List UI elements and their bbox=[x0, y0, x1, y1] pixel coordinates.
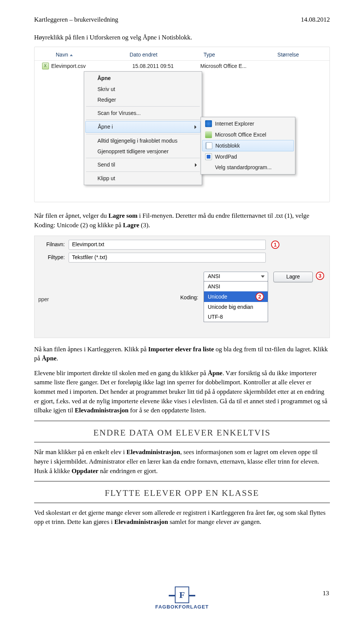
ie-icon bbox=[205, 120, 212, 127]
footer: F FAGBOKFORLAGET bbox=[0, 587, 364, 610]
koding-select[interactable]: ANSI bbox=[204, 272, 268, 281]
ctx-edit[interactable]: Rediger bbox=[85, 94, 201, 105]
opt-ansi[interactable]: ANSI bbox=[204, 281, 268, 291]
filnavn-input[interactable]: Elevimport.txt bbox=[69, 240, 266, 250]
intro-paragraph: Høyreklikk på filen i Utforskeren og vel… bbox=[34, 33, 330, 42]
file-date: 15.08.2011 09:51 bbox=[132, 62, 198, 70]
file-name: Elevimport.csv bbox=[51, 62, 130, 70]
sub-chooseprogram[interactable]: Velg standardprogram... bbox=[202, 162, 294, 173]
page-header: Kartleggeren – brukerveiledning 14.08.20… bbox=[34, 15, 330, 25]
chevron-right-icon bbox=[195, 125, 196, 129]
open-in-submenu: Internet Explorer Microsoft Office Excel… bbox=[201, 117, 295, 174]
sub-wordpad[interactable]: WordPad bbox=[202, 151, 294, 162]
ctx-print[interactable]: Skriv ut bbox=[85, 84, 201, 94]
publisher-logo-icon: F bbox=[175, 587, 189, 603]
context-menu: Åpne Skriv ut Rediger Scan for Viruses..… bbox=[84, 71, 202, 185]
badge-2: 2 bbox=[256, 292, 264, 301]
file-row[interactable]: Elevimport.csv 15.08.2011 09:51 Microsof… bbox=[35, 61, 329, 72]
ctx-cut[interactable]: Klipp ut bbox=[85, 173, 201, 184]
rule bbox=[34, 442, 330, 442]
koding-label: Koding: bbox=[180, 294, 198, 301]
file-type: Microsoft Office E... bbox=[200, 62, 279, 70]
excel-icon bbox=[205, 131, 212, 138]
sub-ie[interactable]: Internet Explorer bbox=[202, 118, 294, 129]
opt-unicode-be[interactable]: Unicode big endian bbox=[204, 302, 268, 312]
warning-paragraph: Elevene blir importert direkte til skole… bbox=[34, 369, 330, 415]
rule bbox=[34, 503, 330, 503]
filtype-label: Filtype: bbox=[41, 253, 65, 261]
col-name[interactable]: Navn bbox=[56, 51, 130, 58]
ctx-offline[interactable]: Alltid tilgjengelig i frakoblet modus bbox=[85, 135, 201, 146]
ctx-open[interactable]: Åpne bbox=[85, 73, 201, 83]
endre-paragraph: Når man klikker på en enkelt elev i Elev… bbox=[34, 448, 330, 476]
sub-notepad[interactable]: Notisblokk bbox=[202, 140, 294, 151]
badge-3: 3 bbox=[316, 272, 324, 280]
explorer-screenshot: Navn Dato endret Type Størrelse Elevimpo… bbox=[34, 47, 330, 202]
publisher-name: FAGBOKFORLAGET bbox=[155, 604, 209, 610]
chevron-right-icon bbox=[195, 163, 197, 167]
doc-title: Kartleggeren – brukerveiledning bbox=[34, 15, 118, 25]
opt-utf8[interactable]: UTF-8 bbox=[204, 312, 268, 322]
explorer-column-headers: Navn Dato endret Type Størrelse bbox=[35, 49, 329, 60]
chevron-down-icon bbox=[261, 275, 265, 278]
heading-flytte: FLYTTE ELEVER OPP EN KLASSE bbox=[34, 487, 330, 499]
sort-caret-icon bbox=[70, 54, 73, 56]
ctx-sendto[interactable]: Send til bbox=[85, 159, 201, 170]
ctx-restore[interactable]: Gjenopprett tidligere versjoner bbox=[85, 146, 201, 157]
import-paragraph: Nå kan filen åpnes i Kartleggeren. Klikk… bbox=[34, 345, 330, 363]
doc-date: 14.08.2012 bbox=[301, 15, 330, 25]
filtype-input[interactable]: Tekstfiler (*.txt) bbox=[69, 253, 266, 263]
excel-file-icon bbox=[42, 63, 49, 69]
sub-excel[interactable]: Microsoft Office Excel bbox=[202, 129, 294, 140]
rule bbox=[34, 421, 330, 421]
wordpad-icon bbox=[205, 153, 212, 160]
flytte-paragraph: Ved skolestart er det gjerne mange eleve… bbox=[34, 508, 330, 527]
col-date[interactable]: Dato endret bbox=[130, 51, 204, 58]
rule bbox=[34, 481, 330, 481]
saveas-screenshot: Filnavn: Elevimport.txt 1 Filtype: Tekst… bbox=[34, 236, 330, 338]
notepad-icon bbox=[206, 142, 212, 149]
ctx-scan[interactable]: Scan for Viruses... bbox=[85, 108, 201, 118]
ctx-open-in[interactable]: Åpne i bbox=[85, 121, 201, 132]
lagre-button[interactable]: Lagre bbox=[273, 272, 313, 282]
save-instruction-paragraph: Når filen er åpnet, velger du Lagre som … bbox=[34, 211, 330, 230]
badge-1: 1 bbox=[271, 241, 279, 249]
pper-text: pper bbox=[38, 296, 49, 303]
col-type[interactable]: Type bbox=[204, 51, 278, 58]
opt-unicode[interactable]: Unicode 2 bbox=[204, 291, 268, 302]
filnavn-label: Filnavn: bbox=[41, 241, 65, 248]
koding-options: ANSI Unicode 2 Unicode big endian UTF-8 bbox=[204, 281, 268, 322]
heading-endre: ENDRE DATA OM ELEVER ENKELTVIS bbox=[34, 426, 330, 439]
col-size[interactable]: Størrelse bbox=[278, 51, 314, 58]
